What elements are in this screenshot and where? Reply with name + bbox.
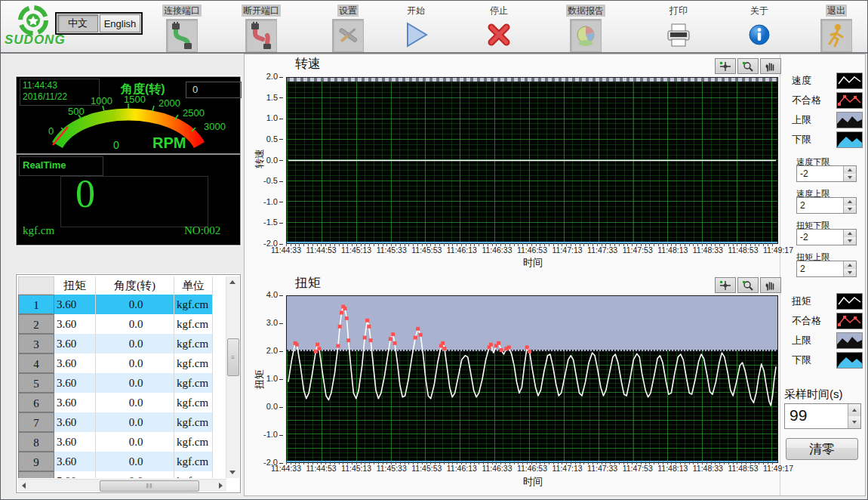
- spinner-down-icon[interactable]: [844, 237, 856, 245]
- row-number-cell[interactable]: 8: [18, 432, 54, 452]
- scroll-left-icon[interactable]: [18, 480, 29, 491]
- table-cell[interactable]: kgf.cm: [174, 373, 213, 393]
- table-cell[interactable]: kgf.cm: [174, 334, 213, 353]
- column-header[interactable]: 单位: [174, 276, 213, 295]
- table-cell[interactable]: kgf.cm: [174, 471, 213, 478]
- table-cell[interactable]: kgf.cm: [174, 353, 213, 373]
- row-number-cell[interactable]: 1: [18, 295, 54, 314]
- settings-button[interactable]: 设置: [322, 3, 374, 52]
- legend-item-torque-upper[interactable]: 上限: [792, 332, 863, 350]
- spinner-down-icon[interactable]: [848, 416, 860, 428]
- table-row[interactable]: 63.600.0kgf.cm: [18, 393, 213, 412]
- table-cell[interactable]: kgf.cm: [174, 432, 213, 452]
- table-cell[interactable]: 3.60: [54, 412, 96, 432]
- spinner-up-icon[interactable]: [844, 261, 856, 269]
- legend-item-torque-fail[interactable]: 不合格: [792, 312, 863, 330]
- disconnect-port-button[interactable]: 断开端口: [235, 3, 288, 52]
- column-header[interactable]: 扭矩: [54, 276, 96, 295]
- table-row[interactable]: 93.600.0kgf.cm: [18, 452, 213, 471]
- table-vertical-scrollbar[interactable]: ≡: [226, 276, 239, 478]
- table-cell[interactable]: kgf.cm: [174, 393, 213, 412]
- table-row[interactable]: 23.600.0kgf.cm: [18, 314, 213, 334]
- torque-lower-limit-value[interactable]: -2: [797, 230, 843, 245]
- vscroll-thumb[interactable]: ≡: [227, 338, 239, 376]
- row-number-cell[interactable]: 6: [18, 393, 54, 412]
- table-cell[interactable]: 0.0: [96, 353, 174, 373]
- scroll-down-icon[interactable]: [226, 467, 239, 478]
- table-row[interactable]: 13.600.0kgf.cm: [18, 295, 213, 314]
- table-cell[interactable]: 0.0: [96, 432, 174, 452]
- print-button[interactable]: 打印: [652, 3, 705, 51]
- legend-item-speed-fail[interactable]: 不合格: [792, 91, 863, 110]
- legend-item-speed[interactable]: 速度: [792, 72, 863, 90]
- table-cell[interactable]: kgf.cm: [174, 412, 213, 432]
- table-row[interactable]: 105.900.0kgf.cm: [18, 471, 213, 478]
- table-row[interactable]: 43.600.0kgf.cm: [18, 353, 213, 373]
- sample-time-spinner[interactable]: 99: [784, 403, 861, 429]
- table-row[interactable]: 73.600.0kgf.cm: [18, 412, 213, 432]
- spinner-down-icon[interactable]: [844, 269, 856, 276]
- table-cell[interactable]: 3.60: [54, 452, 96, 471]
- table-cell[interactable]: 3.60: [54, 314, 96, 334]
- table-row[interactable]: 83.600.0kgf.cm: [18, 432, 213, 452]
- table-cell[interactable]: 0.0: [96, 334, 174, 353]
- column-header[interactable]: 角度(转): [96, 276, 174, 295]
- spinner-up-icon[interactable]: [844, 198, 856, 205]
- table-cell[interactable]: 3.60: [54, 373, 96, 393]
- spinner-up-icon[interactable]: [844, 230, 856, 237]
- spinner-up-icon[interactable]: [844, 166, 856, 174]
- spinner-up-icon[interactable]: [848, 404, 860, 416]
- legend-item-torque-lower[interactable]: 下限: [792, 351, 863, 369]
- row-number-cell[interactable]: 2: [18, 314, 54, 334]
- row-number-cell[interactable]: 9: [18, 452, 54, 471]
- table-cell[interactable]: 0.0: [96, 295, 174, 314]
- zoom-magnifier-icon[interactable]: [737, 58, 759, 74]
- stop-button[interactable]: 停止: [472, 3, 525, 51]
- table-row[interactable]: 33.600.0kgf.cm: [18, 334, 213, 353]
- clear-button[interactable]: 清零: [786, 438, 858, 460]
- pan-hand-icon[interactable]: [760, 58, 781, 74]
- speed-lower-limit-value[interactable]: -2: [797, 166, 843, 181]
- start-button[interactable]: 开始: [389, 3, 442, 51]
- table-cell[interactable]: 0.0: [96, 314, 174, 334]
- torque-upper-limit-spinner[interactable]: 2: [796, 261, 857, 277]
- sample-time-value[interactable]: 99: [785, 404, 848, 428]
- legend-item-torque[interactable]: 扭矩: [792, 292, 863, 310]
- exit-button[interactable]: 退出: [810, 3, 863, 52]
- crosshair-icon[interactable]: [715, 58, 736, 74]
- data-report-button[interactable]: 数据报告: [559, 3, 612, 52]
- scroll-right-icon[interactable]: [215, 480, 226, 491]
- speed-lower-limit-spinner[interactable]: -2: [796, 165, 857, 182]
- speed-upper-limit-spinner[interactable]: 2: [796, 197, 857, 214]
- table-cell[interactable]: kgf.cm: [174, 452, 213, 471]
- pan-hand-icon[interactable]: [760, 277, 781, 293]
- spinner-down-icon[interactable]: [844, 174, 856, 181]
- torque-lower-limit-spinner[interactable]: -2: [796, 229, 857, 245]
- row-number-cell[interactable]: 3: [18, 334, 54, 353]
- table-cell[interactable]: 0.0: [96, 412, 174, 432]
- table-cell[interactable]: 3.60: [54, 334, 96, 353]
- connect-port-button[interactable]: 连接端口: [155, 3, 208, 52]
- row-number-cell[interactable]: 5: [18, 373, 54, 393]
- table-row[interactable]: 53.600.0kgf.cm: [18, 373, 213, 393]
- table-cell[interactable]: 3.60: [54, 353, 96, 373]
- scroll-up-icon[interactable]: [226, 276, 239, 288]
- table-horizontal-scrollbar[interactable]: ⦀⦀: [18, 479, 226, 492]
- crosshair-icon[interactable]: [715, 277, 736, 293]
- spinner-down-icon[interactable]: [844, 205, 856, 213]
- table-cell[interactable]: 0.0: [96, 393, 174, 412]
- zoom-magnifier-icon[interactable]: [737, 277, 759, 293]
- table-cell[interactable]: 5.90: [54, 471, 96, 478]
- lang-english-button[interactable]: English: [100, 14, 140, 32]
- table-cell[interactable]: 3.60: [54, 295, 96, 314]
- row-number-cell[interactable]: 7: [18, 412, 54, 432]
- table-cell[interactable]: kgf.cm: [174, 295, 213, 314]
- torque-upper-limit-value[interactable]: 2: [797, 261, 843, 276]
- table-cell[interactable]: 0.0: [96, 452, 174, 471]
- table-cell[interactable]: 3.60: [54, 432, 96, 452]
- table-cell[interactable]: 0.0: [96, 373, 174, 393]
- legend-item-speed-upper[interactable]: 上限: [792, 111, 863, 129]
- row-number-cell[interactable]: 4: [18, 353, 54, 373]
- table-cell[interactable]: 0.0: [96, 471, 174, 478]
- lang-chinese-button[interactable]: 中文: [57, 14, 98, 32]
